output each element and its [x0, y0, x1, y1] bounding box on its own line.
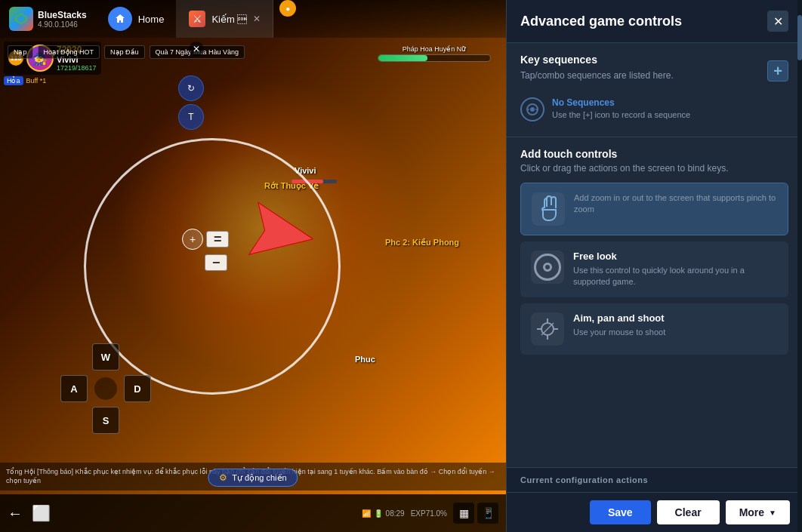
advanced-controls-panel: Advanced game controls ✕ Key sequences T… — [506, 0, 802, 532]
free-look-circle — [534, 254, 561, 281]
close-panel-btn[interactable]: ✕ — [767, 11, 788, 32]
menu-nap[interactable]: Nạp — [8, 45, 33, 59]
dpad-center — [94, 377, 117, 400]
wasd-control: W A D S — [60, 343, 151, 434]
home-icon — [108, 7, 132, 31]
tab-home[interactable]: Home — [96, 0, 177, 38]
key-sequences-subtitle: Tap/combo sequences are listed here. — [520, 70, 674, 81]
free-look-info: Free look Use this control to quickly lo… — [573, 251, 778, 288]
auto-battle-label: Tự động chiến — [232, 473, 286, 483]
exp-display: EXP71.0% — [411, 509, 447, 518]
menu-activity[interactable]: Hoạt Động HOT — [38, 45, 100, 59]
red-arrow-indicator — [233, 196, 318, 272]
progress-fill — [378, 55, 427, 61]
tab-game[interactable]: ⚔ Kiếm  ✕ — [177, 0, 273, 38]
panel-header: Advanced game controls ✕ — [507, 0, 802, 43]
progressbar-container: Pháp Hoa Huyền Nữ — [378, 45, 491, 62]
buff-text: Buff *1 — [26, 77, 47, 85]
add-sequence-btn[interactable]: + — [767, 60, 788, 81]
time-display: 08:29 — [386, 509, 405, 518]
zoom-icon: + — [182, 229, 203, 250]
status-indicators: 📶 🔋 08:29 — [362, 509, 405, 518]
right-btn-2[interactable]: T — [178, 104, 204, 130]
tab-game-label: Kiếm  — [211, 14, 247, 25]
save-button[interactable]: Save — [590, 500, 651, 524]
game-area: BlueStacks 4.90.0.1046 Home ⚔ Kiếm  ✕ — [0, 0, 506, 532]
pinch-zoom-info: Add zoom in or out to the screen that su… — [574, 192, 777, 216]
key-sequences-title: Key sequences — [520, 54, 674, 66]
sequence-record-icon — [520, 97, 544, 121]
zoom-plus-btn[interactable]: = — [206, 231, 229, 248]
no-sequences-link[interactable]: No Sequences — [552, 97, 690, 108]
tab-close-icon[interactable]: ✕ — [253, 14, 261, 24]
aim-pan-shoot-card[interactable]: Aim, pan and shoot Use your mouse to sho… — [520, 303, 788, 355]
coin-icon: ● — [279, 0, 296, 17]
no-sequences-info: No Sequences Use the [+] icon to record … — [552, 97, 690, 119]
key-sequences-header: Key sequences Tap/combo sequences are li… — [520, 54, 788, 88]
dpad-d[interactable]: D — [124, 375, 151, 402]
no-sequences-item: No Sequences Use the [+] icon to record … — [520, 93, 788, 126]
class-badge: Hỏa — [4, 76, 23, 85]
more-chevron-icon: ▼ — [769, 509, 776, 517]
current-config-section: Current configuration actions — [507, 467, 802, 492]
toolbar-right: 📶 🔋 08:29 EXP71.0% ▦ 📱 — [362, 503, 498, 524]
toolbar-left: ← ⬜ — [8, 504, 51, 522]
pinch-zoom-icon — [532, 192, 565, 226]
key-sequences-title-block: Key sequences Tap/combo sequences are li… — [520, 54, 674, 88]
phuc-text: Phuc — [355, 355, 375, 364]
free-look-inner — [543, 263, 552, 272]
back-icon[interactable]: ← — [8, 505, 23, 522]
kieu-phong-text: Phc 2: Kiều Phong — [385, 238, 459, 248]
dpad-a[interactable]: A — [60, 375, 88, 402]
phone-icon[interactable]: 📱 — [477, 503, 498, 524]
prog-label: Pháp Hoa Huyền Nữ — [378, 45, 491, 53]
aim-pan-shoot-desc: Use your mouse to shoot — [573, 327, 778, 338]
dismiss-circle-btn[interactable]: ✕ — [189, 42, 204, 57]
auto-icon: ⚙ — [219, 472, 227, 483]
clear-button[interactable]: Clear — [657, 500, 720, 524]
progress-bar — [378, 54, 491, 62]
bluestacks-text: BlueStacks 4.90.0.1046 — [38, 10, 87, 29]
current-config-title: Current configuration actions — [520, 475, 788, 484]
aim-pan-shoot-title: Aim, pan and shoot — [573, 312, 778, 324]
menu-napdau[interactable]: Nạp Đầu — [104, 45, 145, 59]
coin-display: ● — [279, 0, 296, 38]
pinch-zoom-card[interactable]: Add zoom in or out to the screen that su… — [520, 183, 788, 235]
panel-title: Advanced game controls — [520, 14, 682, 29]
game-tab-icon: ⚔ — [189, 11, 205, 27]
free-look-icon — [531, 251, 564, 284]
scroll-thumb[interactable] — [797, 15, 802, 60]
tab-home-label: Home — [138, 14, 165, 25]
auto-battle-btn[interactable]: ⚙ Tự động chiến — [208, 469, 298, 487]
battery-indicator: 🔋 — [374, 509, 383, 518]
char-hp: 17219/18617 — [57, 64, 97, 72]
zoom-minus-btn[interactable]: − — [205, 254, 227, 271]
navigation-tabs: Home ⚔ Kiếm  ✕ ● — [96, 0, 297, 38]
dpad-w[interactable]: W — [92, 343, 119, 371]
bottom-icons: ▦ 📱 — [453, 503, 498, 524]
home-bottom-icon[interactable]: ⬜ — [32, 504, 51, 522]
touch-controls-section: Add touch controls Click or drag the act… — [507, 137, 802, 371]
more-label: More — [739, 506, 764, 518]
grid-icon[interactable]: ▦ — [453, 503, 474, 524]
bluestacks-icon — [9, 7, 33, 31]
panel-footer: Save Clear More ▼ — [507, 492, 802, 532]
dpad: W A D S — [60, 343, 151, 434]
panel-content: Key sequences Tap/combo sequences are li… — [507, 43, 802, 467]
app-version: 4.90.0.1046 — [38, 20, 87, 29]
top-navigation-bar: BlueStacks 4.90.0.1046 Home ⚔ Kiếm  ✕ — [0, 0, 506, 38]
wifi-indicator: 📶 — [362, 509, 371, 518]
no-sequences-desc: Use the [+] icon to record a sequence — [552, 110, 690, 119]
more-button[interactable]: More ▼ — [726, 500, 790, 524]
app-name: BlueStacks — [38, 10, 87, 20]
pinch-zoom-desc: Add zoom in or out to the screen that su… — [574, 192, 777, 216]
free-look-card[interactable]: Free look Use this control to quickly lo… — [520, 241, 788, 297]
right-btn-1[interactable]: ↻ — [178, 75, 204, 101]
dpad-s[interactable]: S — [92, 407, 119, 434]
aim-pan-shoot-info: Aim, pan and shoot Use your mouse to sho… — [573, 312, 778, 338]
free-look-title: Free look — [573, 251, 778, 262]
svg-marker-2 — [249, 202, 318, 265]
free-look-desc: Use this control to quickly look around … — [573, 265, 778, 288]
buff-row: Hỏa Buff *1 — [4, 76, 101, 85]
svg-point-4 — [530, 107, 535, 112]
